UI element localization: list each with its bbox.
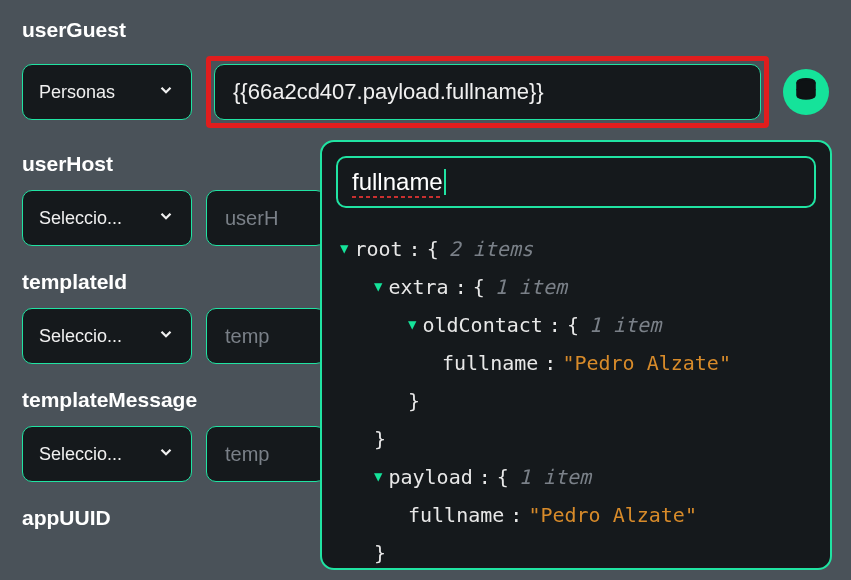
brace-open: { [427, 230, 439, 268]
tree-node-payload[interactable]: ▼ payload : { 1 item [340, 458, 816, 496]
row-userguest: Personas {{66a2cd407.payload.fullname}} [22, 56, 829, 128]
tree-meta: 1 item [519, 458, 591, 496]
tree-key: oldContact [422, 306, 542, 344]
data-picker-popover: fullname ▼ root : { 2 items ▼ extra : { … [320, 140, 832, 570]
tree-node-oldcontact[interactable]: ▼ oldContact : { 1 item [340, 306, 816, 344]
select-templateid-text: Seleccio... [39, 326, 122, 347]
tree-key: root [354, 230, 402, 268]
field-userguest: userGuest Personas {{66a2cd407.payload.f… [22, 18, 829, 128]
brace-open: { [497, 458, 509, 496]
input-userhost-placeholder: userH [225, 207, 278, 230]
database-icon [793, 77, 819, 107]
database-button[interactable] [783, 69, 829, 115]
tree-key: extra [388, 268, 448, 306]
tree-key: fullname [408, 496, 504, 534]
highlight-userguest-input: {{66a2cd407.payload.fullname}} [206, 56, 769, 128]
select-userguest-text: Personas [39, 82, 115, 103]
caret-down-icon: ▼ [408, 311, 416, 338]
tree-key: fullname [442, 344, 538, 382]
select-templatemessage[interactable]: Seleccio... [22, 426, 192, 482]
tree-meta: 1 item [495, 268, 567, 306]
brace-close: } [340, 382, 816, 420]
tree-meta: 2 items [449, 230, 533, 268]
search-input-text: fullname [352, 168, 443, 196]
input-userhost[interactable]: userH [206, 190, 326, 246]
select-templatemessage-text: Seleccio... [39, 444, 122, 465]
input-templateid-placeholder: temp [225, 325, 269, 348]
caret-down-icon: ▼ [374, 463, 382, 490]
brace-close: } [340, 572, 816, 580]
chevron-down-icon [157, 81, 175, 103]
input-templatemessage[interactable]: temp [206, 426, 326, 482]
input-userguest-text: {{66a2cd407.payload.fullname}} [233, 79, 544, 105]
select-userhost[interactable]: Seleccio... [22, 190, 192, 246]
brace-open: { [567, 306, 579, 344]
input-templateid[interactable]: temp [206, 308, 326, 364]
select-userguest[interactable]: Personas [22, 64, 192, 120]
brace-close: } [340, 534, 816, 572]
search-input[interactable]: fullname [336, 156, 816, 208]
chevron-down-icon [157, 207, 175, 229]
tree-meta: 1 item [589, 306, 661, 344]
input-templatemessage-placeholder: temp [225, 443, 269, 466]
tree-value: "Pedro Alzate" [562, 344, 731, 382]
caret-down-icon: ▼ [374, 273, 382, 300]
chevron-down-icon [157, 325, 175, 347]
select-templateid[interactable]: Seleccio... [22, 308, 192, 364]
tree-node-root[interactable]: ▼ root : { 2 items [340, 230, 816, 268]
text-caret [444, 169, 446, 195]
tree-value: "Pedro Alzate" [528, 496, 697, 534]
select-userhost-text: Seleccio... [39, 208, 122, 229]
json-tree: ▼ root : { 2 items ▼ extra : { 1 item ▼ … [336, 230, 816, 580]
brace-open: { [473, 268, 485, 306]
brace-close: } [340, 420, 816, 458]
tree-node-extra[interactable]: ▼ extra : { 1 item [340, 268, 816, 306]
tree-leaf-fullname-1[interactable]: fullname : "Pedro Alzate" [340, 344, 816, 382]
tree-leaf-fullname-2[interactable]: fullname : "Pedro Alzate" [340, 496, 816, 534]
tree-key: payload [388, 458, 472, 496]
caret-down-icon: ▼ [340, 235, 348, 262]
input-userguest[interactable]: {{66a2cd407.payload.fullname}} [214, 64, 761, 120]
chevron-down-icon [157, 443, 175, 465]
label-userguest: userGuest [22, 18, 829, 42]
